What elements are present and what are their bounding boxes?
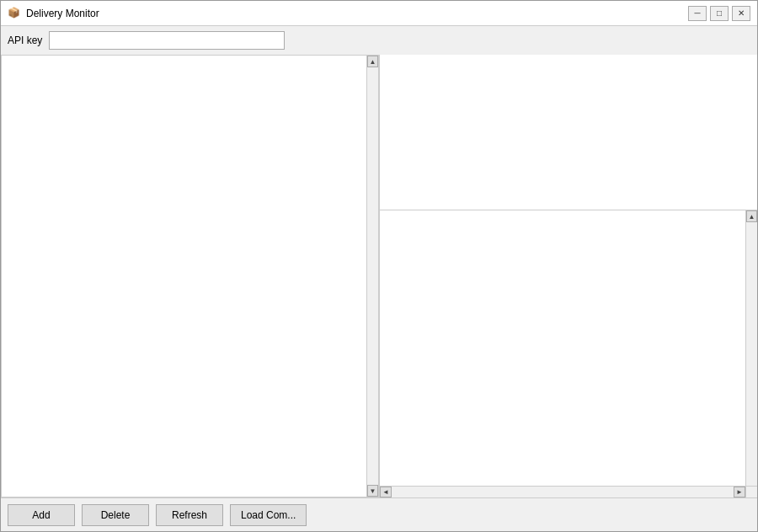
right-panel: ◄ ► ▲ ▼ xyxy=(380,55,757,497)
left-panel: ▲ ▼ xyxy=(1,55,380,497)
main-window: 📦 Delivery Monitor ─ □ ✕ API key ▲ xyxy=(0,0,758,532)
scroll-right-button[interactable]: ► xyxy=(734,487,745,497)
api-key-row: API key xyxy=(1,26,757,55)
scrollbar-corner xyxy=(745,486,757,497)
load-com-button[interactable]: Load Com... xyxy=(230,504,307,526)
bottom-scrollbar-vertical: ▲ ▼ xyxy=(745,210,757,497)
maximize-button[interactable]: □ xyxy=(710,6,729,21)
app-icon: 📦 xyxy=(8,7,21,20)
window-title: Delivery Monitor xyxy=(26,8,99,19)
bottom-scrollbar-horizontal: ◄ ► xyxy=(380,486,745,497)
scroll-left-button[interactable]: ◄ xyxy=(380,487,392,497)
delete-button[interactable]: Delete xyxy=(82,504,149,526)
api-key-label: API key xyxy=(8,35,42,46)
top-right-area xyxy=(380,55,757,210)
refresh-button[interactable]: Refresh xyxy=(156,504,223,526)
scroll-down-button[interactable]: ▼ xyxy=(367,485,378,497)
scroll-up-button[interactable]: ▲ xyxy=(367,56,378,67)
bottom-right-content xyxy=(380,210,745,486)
api-key-input[interactable] xyxy=(49,31,285,50)
main-panels: ▲ ▼ ◄ ► xyxy=(1,55,757,497)
content-area: API key ▲ ▼ xyxy=(1,26,757,531)
list-scrollbar-vertical: ▲ ▼ xyxy=(366,56,378,497)
scroll-up-right-button[interactable]: ▲ xyxy=(746,210,757,222)
list-scroll-area[interactable] xyxy=(2,56,366,497)
title-bar: 📦 Delivery Monitor ─ □ ✕ xyxy=(1,1,757,26)
bottom-right-area: ◄ ► ▲ ▼ xyxy=(380,210,757,497)
bottom-bar: Add Delete Refresh Load Com... xyxy=(1,497,757,531)
list-container: ▲ ▼ xyxy=(1,55,379,497)
window-controls: ─ □ ✕ xyxy=(688,6,750,21)
scroll-track xyxy=(367,67,378,485)
scroll-v-track xyxy=(746,222,757,486)
add-button[interactable]: Add xyxy=(8,504,75,526)
close-button[interactable]: ✕ xyxy=(732,6,750,21)
title-bar-left: 📦 Delivery Monitor xyxy=(8,7,99,20)
minimize-button[interactable]: ─ xyxy=(688,6,707,21)
scroll-h-track xyxy=(392,487,734,497)
